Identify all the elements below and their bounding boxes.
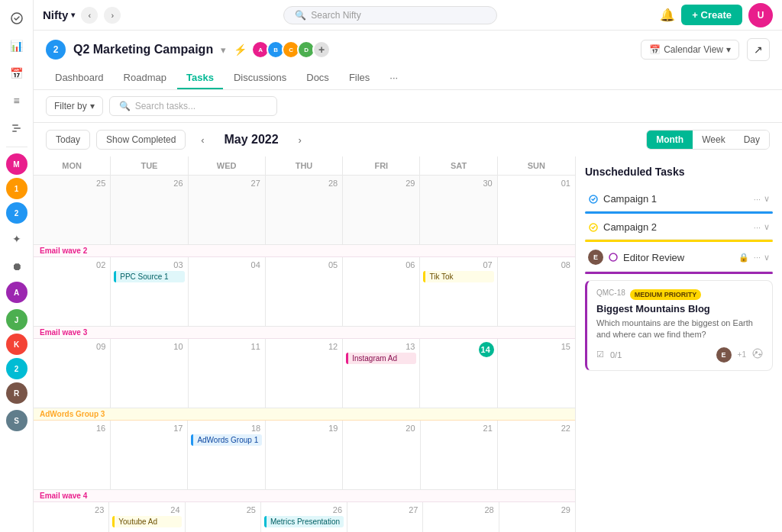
calendar-view-button[interactable]: 📅 Calendar View ▾ — [641, 40, 739, 60]
nav-avatar-1[interactable]: M — [6, 153, 27, 175]
tab-tasks[interactable]: Tasks — [177, 67, 223, 89]
forward-button[interactable]: › — [104, 7, 121, 24]
cal-cell-may23[interactable]: 23 — [34, 502, 109, 532]
cal-cell-may29[interactable]: 29 — [499, 502, 575, 532]
nav-avatar-5[interactable]: R — [6, 382, 27, 404]
tab-roadmap[interactable]: Roadmap — [115, 67, 176, 89]
cal-cell-may20[interactable]: 20 — [343, 421, 420, 489]
rail-chart-icon[interactable]: 📊 — [5, 34, 29, 58]
cal-cell-may21[interactable]: 21 — [421, 421, 498, 489]
cal-cell-may13[interactable]: 13 Instagram Ad — [343, 339, 420, 408]
filter-by-button[interactable]: Filter by ▾ — [46, 96, 103, 116]
nav-avatar-6[interactable]: S — [6, 410, 27, 431]
nav-badge-2[interactable]: 2 — [6, 202, 27, 224]
editor-review-avatar: E — [588, 250, 603, 265]
cal-cell-may05[interactable]: 05 — [266, 257, 343, 326]
back-button[interactable]: ‹ — [81, 7, 98, 24]
cal-cell-may16[interactable]: 16 — [34, 421, 111, 489]
nav-badge-small[interactable]: 2 — [6, 358, 27, 379]
metrics-presentation-event[interactable]: Metrics Presentation — [264, 516, 344, 527]
tab-more[interactable]: ··· — [380, 67, 407, 89]
campaign-2-expand[interactable]: ∨ — [764, 222, 770, 232]
search-tasks-input[interactable]: 🔍 Search tasks... — [109, 96, 277, 116]
cal-cell-may09[interactable]: 09 — [34, 339, 111, 408]
cal-cell-may08[interactable]: 08 — [498, 257, 575, 326]
cal-cell-may06[interactable]: 06 — [343, 257, 420, 326]
cal-cell-may27[interactable]: 27 — [347, 502, 423, 532]
prev-month-button[interactable]: ‹ — [192, 129, 213, 150]
tab-files[interactable]: Files — [340, 67, 379, 89]
cal-cell-apr26[interactable]: 26 — [111, 176, 188, 244]
campaign-2-row[interactable]: Campaign 2 ··· ∨ — [585, 215, 773, 240]
tiktok-event[interactable]: Tik Tok — [423, 271, 493, 282]
week-view-button[interactable]: Week — [693, 131, 734, 149]
rail-record-icon[interactable]: ⏺ — [5, 254, 29, 279]
task-card-mountains[interactable]: QMC-18 MEDIUM PRIORITY Biggest Mountains… — [585, 280, 773, 371]
nav-avatar-3[interactable]: J — [6, 309, 27, 330]
instagram-ad-event[interactable]: Instagram Ad — [346, 353, 416, 364]
cal-cell-may25[interactable]: 25 — [186, 502, 261, 532]
cal-cell-may17[interactable]: 17 — [111, 421, 188, 489]
cal-cell-apr28[interactable]: 28 — [266, 176, 343, 244]
next-month-button[interactable]: › — [289, 129, 311, 150]
cal-cell-may12[interactable]: 12 — [266, 339, 343, 408]
show-completed-button[interactable]: Show Completed — [96, 130, 186, 150]
rail-calendar-icon[interactable]: 📅 — [5, 61, 29, 85]
bell-icon[interactable]: 🔔 — [660, 8, 675, 22]
share-button[interactable]: ↗ — [747, 38, 770, 61]
cal-cell-may14[interactable]: 14 — [420, 339, 497, 408]
campaign-2-more[interactable]: ··· — [754, 223, 761, 232]
adwords-group-1-event[interactable]: AdWords Group 1 — [191, 434, 262, 446]
cal-cell-may18[interactable]: 18 AdWords Group 1 — [188, 421, 266, 489]
month-view-button[interactable]: Month — [647, 131, 693, 149]
cal-cell-may28[interactable]: 28 — [423, 502, 499, 532]
user-avatar[interactable]: U — [748, 3, 773, 27]
day-view-button[interactable]: Day — [735, 131, 769, 149]
calendar-icon: 📅 — [649, 44, 661, 55]
editor-review-expand[interactable]: ∨ — [764, 253, 770, 263]
today-button[interactable]: Today — [46, 130, 90, 150]
task-assignee-avatar[interactable]: E — [716, 347, 732, 363]
cal-cell-apr27[interactable]: 27 — [189, 176, 266, 244]
campaign-1-expand[interactable]: ∨ — [764, 194, 770, 204]
rail-star-icon[interactable]: ✦ — [5, 227, 29, 251]
tab-dashboard[interactable]: Dashboard — [46, 67, 113, 89]
nav-badge-1[interactable]: 1 — [6, 178, 27, 199]
cal-cell-may22[interactable]: 22 — [498, 421, 575, 489]
campaign-1-row[interactable]: Campaign 1 ··· ∨ — [585, 187, 773, 211]
cal-cell-may15[interactable]: 15 — [498, 339, 575, 408]
campaign-1-more[interactable]: ··· — [754, 195, 761, 204]
rail-home-icon[interactable] — [5, 6, 29, 31]
global-search[interactable]: 🔍 Search Nifty — [283, 6, 497, 24]
rail-list-icon[interactable]: ≡ — [5, 89, 29, 113]
calendar-toolbar: Today Show Completed ‹ May 2022 › Month … — [34, 123, 782, 156]
tab-docs[interactable]: Docs — [297, 67, 338, 89]
cal-cell-apr29[interactable]: 29 — [343, 176, 420, 244]
cal-cell-may02[interactable]: 02 — [34, 257, 111, 326]
youtube-ad-event[interactable]: Youtube Ad — [112, 516, 181, 527]
cal-cell-may03[interactable]: 03 PPC Source 1 — [111, 257, 188, 326]
task-add-assignee[interactable] — [752, 348, 763, 361]
app-logo[interactable]: Nifty ▾ — [43, 8, 75, 21]
cal-cell-may10[interactable]: 10 — [111, 339, 188, 408]
nav-avatar-2[interactable]: A — [6, 282, 27, 303]
editor-review-row[interactable]: E Editor Review 🔒 ··· ∨ — [585, 243, 773, 272]
add-member-button[interactable]: + — [312, 40, 331, 59]
cal-cell-may07[interactable]: 07 Tik Tok — [420, 257, 497, 326]
cal-cell-may01[interactable]: 01 — [498, 176, 575, 244]
tab-discussions[interactable]: Discussions — [225, 67, 296, 89]
cal-cell-apr25[interactable]: 25 — [34, 176, 111, 244]
cal-cell-apr30[interactable]: 30 — [420, 176, 497, 244]
editor-review-more[interactable]: ··· — [754, 253, 761, 262]
campaign-1-actions: ··· ∨ — [754, 194, 770, 204]
create-button[interactable]: + Create — [681, 5, 742, 25]
cal-cell-may04[interactable]: 04 — [189, 257, 266, 326]
rail-gantt-icon[interactable] — [5, 116, 29, 140]
nav-avatar-4[interactable]: K — [6, 334, 27, 355]
view-chevron: ▾ — [726, 44, 731, 55]
cal-cell-may11[interactable]: 11 — [189, 339, 266, 408]
ppc-source-1-event[interactable]: PPC Source 1 — [114, 271, 184, 282]
cal-cell-may24[interactable]: 24 Youtube Ad — [109, 502, 185, 532]
cal-cell-may19[interactable]: 19 — [266, 421, 343, 489]
cal-cell-may26[interactable]: 26 Metrics Presentation — [261, 502, 347, 532]
